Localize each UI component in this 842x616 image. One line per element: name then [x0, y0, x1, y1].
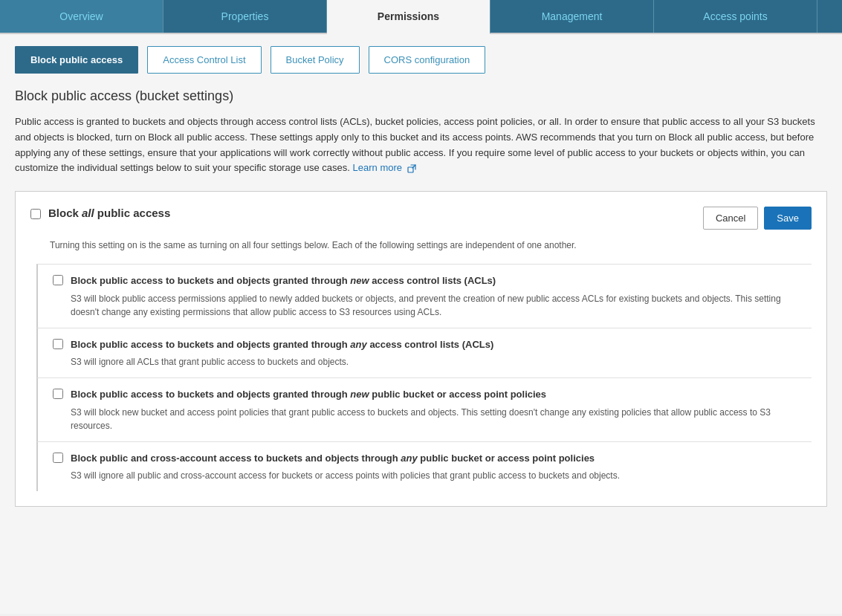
main-content: Block public access Access Control List …	[0, 34, 842, 614]
setting-title-new-policy: Block public access to buckets and objec…	[71, 387, 812, 402]
setting-desc-new-acl: S3 will block public access permissions …	[71, 292, 812, 319]
sub-tab-block-public-access[interactable]: Block public access	[15, 46, 138, 74]
block-any-acl-checkbox[interactable]	[53, 339, 63, 349]
tab-management[interactable]: Management	[490, 0, 654, 33]
section-title: Block public access (bucket settings)	[15, 88, 827, 104]
save-button[interactable]: Save	[764, 207, 812, 230]
setting-desc-any-policy: S3 will ignore all public and cross-acco…	[71, 469, 812, 482]
settings-box: Block all public access Cancel Save Turn…	[15, 191, 827, 507]
learn-more-link[interactable]: Learn more	[353, 162, 416, 173]
main-check-label: Block all public access	[48, 207, 170, 219]
sub-tab-cors[interactable]: CORS configuration	[369, 46, 486, 74]
setting-desc-any-acl: S3 will ignore all ACLs that grant publi…	[71, 355, 812, 369]
main-check-row: Block all public access Cancel Save	[30, 207, 812, 230]
setting-content-new-acl: Block public access to buckets and objec…	[71, 273, 812, 319]
setting-content-any-acl: Block public access to buckets and objec…	[71, 337, 812, 369]
setting-item-any-policy: Block public and cross-account access to…	[36, 441, 812, 492]
block-all-checkbox[interactable]	[30, 209, 41, 219]
sub-tabs: Block public access Access Control List …	[15, 46, 827, 74]
main-check-description: Turning this setting on is the same as t…	[50, 239, 812, 252]
setting-title-any-policy: Block public and cross-account access to…	[71, 451, 812, 466]
setting-content-new-policy: Block public access to buckets and objec…	[71, 387, 812, 432]
setting-content-any-policy: Block public and cross-account access to…	[71, 451, 812, 483]
sub-tab-acl[interactable]: Access Control List	[147, 46, 261, 74]
tab-access-points[interactable]: Access points	[654, 0, 817, 33]
cancel-button[interactable]: Cancel	[703, 207, 758, 230]
setting-title-any-acl: Block public access to buckets and objec…	[71, 337, 812, 352]
section-description: Public access is granted to buckets and …	[15, 114, 827, 176]
setting-item-new-policy: Block public access to buckets and objec…	[36, 377, 812, 441]
setting-title-new-acl: Block public access to buckets and objec…	[71, 273, 812, 288]
main-check-left: Block all public access	[30, 207, 170, 219]
setting-item-any-acl: Block public access to buckets and objec…	[36, 328, 812, 378]
button-group: Cancel Save	[703, 207, 812, 230]
block-new-policy-checkbox[interactable]	[53, 389, 63, 399]
tab-properties[interactable]: Properties	[163, 0, 327, 33]
tab-permissions[interactable]: Permissions	[327, 0, 490, 34]
tab-overview[interactable]: Overview	[0, 0, 163, 33]
setting-item-new-acl: Block public access to buckets and objec…	[36, 264, 812, 328]
sub-tab-bucket-policy[interactable]: Bucket Policy	[271, 46, 360, 74]
block-any-policy-checkbox[interactable]	[53, 453, 63, 463]
block-new-acl-checkbox[interactable]	[53, 275, 63, 285]
setting-desc-new-policy: S3 will block new bucket and access poin…	[71, 406, 812, 432]
nav-tabs: Overview Properties Permissions Manageme…	[0, 0, 842, 34]
external-link-icon	[407, 164, 416, 173]
